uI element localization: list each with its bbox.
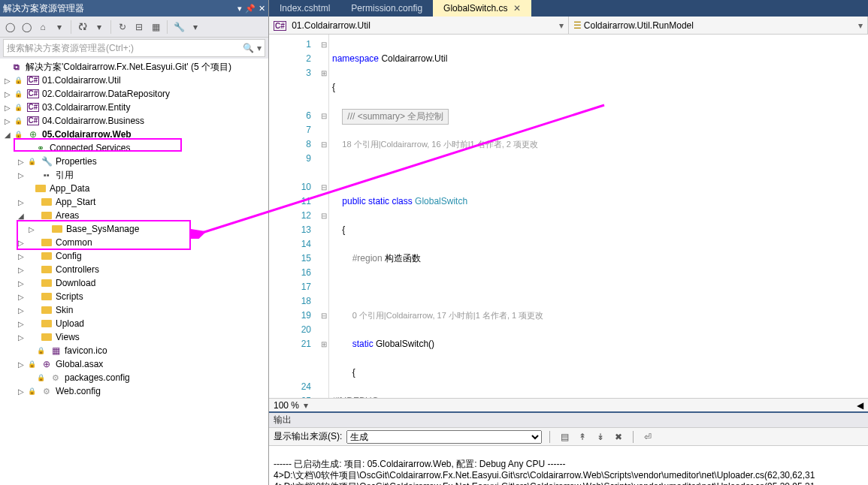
tree-item[interactable]: 🔒⚙packages.config	[0, 371, 268, 384]
fold-icon[interactable]: ⊟	[319, 209, 328, 223]
drop-icon[interactable]: ▾	[53, 20, 66, 34]
panel-title: 解决方案资源管理器	[3, 2, 84, 15]
expander-icon[interactable]: ◢	[17, 212, 26, 220]
expander-icon[interactable]: ▷	[27, 225, 36, 233]
search-input[interactable]: 搜索解决方案资源管理器(Ctrl+;) 🔍 ▾	[3, 39, 265, 57]
wrap-icon[interactable]: ⏎	[641, 432, 655, 442]
tree-item[interactable]: App_Data	[0, 182, 268, 195]
dropdown-icon[interactable]: ▾	[237, 4, 242, 14]
tree-item[interactable]: ▷🔒⊕Global.asax	[0, 357, 268, 371]
expander-icon[interactable]: ▷	[17, 293, 26, 301]
tree-item[interactable]: ▷🔒⚙Web.config	[0, 384, 268, 398]
clear-icon[interactable]: ✖	[612, 432, 625, 442]
drop-icon[interactable]: ▾	[257, 43, 262, 53]
sync-icon[interactable]: 🗘	[76, 20, 89, 34]
fold-icon[interactable]: ⊞	[319, 66, 328, 80]
editor-panel: Index.cshtml Permission.config GlobalSwi…	[269, 0, 868, 485]
line-gutter: 123 6789 1011121314 1516171819 202124 25…	[269, 35, 319, 398]
tree-item[interactable]: ▷Controllers	[0, 263, 268, 276]
close-icon[interactable]: ✕	[259, 4, 265, 14]
expander-icon[interactable]: ▷	[17, 252, 26, 261]
expander-icon[interactable]: ▷	[17, 333, 26, 342]
tree-item[interactable]: ▷App_Start	[0, 195, 268, 209]
code-body[interactable]: namespace Coldairarrow.Util { /// <summa…	[329, 35, 868, 398]
fold-icon[interactable]: ⊟	[319, 180, 328, 194]
panel-header: 解决方案资源管理器 ▾ 📌 ✕	[0, 0, 268, 17]
expander-icon[interactable]: ▷	[17, 306, 26, 315]
drop2-icon[interactable]: ▾	[92, 20, 106, 34]
expander-icon[interactable]: ▷	[17, 171, 26, 179]
tree-item[interactable]: ▷Views	[0, 330, 268, 344]
tab-index[interactable]: Index.cshtml	[269, 0, 340, 17]
drop3-icon[interactable]: ▾	[189, 20, 202, 34]
chevron-down-icon[interactable]: ▾	[304, 400, 308, 411]
close-icon[interactable]: ✕	[513, 3, 521, 14]
project-node-web[interactable]: ◢🔒⊕05.Coldairarrow.Web	[0, 128, 268, 141]
tree-item[interactable]: ▷🔒🔧Properties	[0, 155, 268, 168]
chevron-down-icon: ▾	[858, 20, 863, 31]
prev-icon[interactable]: ↟	[576, 432, 589, 442]
output-source-select[interactable]: 生成	[346, 430, 542, 444]
project-node[interactable]: ▷🔒C#04.Coldairarrow.Business	[0, 114, 268, 128]
expander-icon[interactable]: ▷	[17, 266, 26, 274]
fold-icon[interactable]: ⊞	[319, 337, 328, 351]
expander-icon[interactable]: ◢	[3, 131, 12, 139]
nav-member-combo[interactable]: ☰ Coldairarrow.Util.RunModel▾	[569, 17, 869, 34]
tree-item[interactable]: ⚭Connected Services	[0, 141, 268, 155]
tree-item[interactable]: ▷Scripts	[0, 290, 268, 303]
fold-icon[interactable]: ⊟	[319, 137, 328, 152]
next-icon[interactable]: ↡	[594, 432, 607, 442]
showall-icon[interactable]: ▦	[149, 20, 162, 34]
expander-icon[interactable]: ▷	[17, 279, 26, 288]
project-node[interactable]: ▷🔒C#01.Coldairarrow.Util	[0, 74, 268, 87]
tab-permission[interactable]: Permission.config	[340, 0, 433, 17]
tree-item[interactable]: ▷Config	[0, 249, 268, 263]
tree-item-areas[interactable]: ◢Areas	[0, 209, 268, 222]
back-icon[interactable]: ◯	[3, 20, 17, 34]
expander-icon[interactable]: ▷	[3, 117, 12, 125]
expander-icon[interactable]: ▷	[17, 320, 26, 328]
nav-combo-bar: C# 01.Coldairarrow.Util▾ ☰ Coldairarrow.…	[269, 17, 868, 35]
output-source-label: 显示输出来源(S):	[274, 430, 342, 443]
tree-item[interactable]: ▷Download	[0, 276, 268, 290]
tree-item[interactable]: ▷Skin	[0, 303, 268, 317]
forward-icon[interactable]: ◯	[20, 20, 33, 34]
expander-icon[interactable]: ▷	[17, 387, 26, 396]
output-toolbar: 显示输出来源(S): 生成 ▤ ↟ ↡ ✖ ⏎	[269, 428, 868, 446]
expander-icon[interactable]: ▷	[3, 77, 12, 85]
scroll-left-icon[interactable]: ◀	[857, 400, 863, 411]
expander-icon[interactable]: ▷	[17, 239, 26, 247]
search-icon[interactable]: 🔍	[243, 43, 254, 53]
tree-item-base-sysmanage[interactable]: ▷Base_SysManage	[0, 222, 268, 236]
expander-icon[interactable]: ▷	[17, 360, 26, 369]
home-icon[interactable]: ⌂	[36, 20, 50, 34]
output-header: 输出	[269, 413, 868, 428]
project-node[interactable]: ▷🔒C#02.Coldairarrow.DataRepository	[0, 87, 268, 101]
project-node[interactable]: ▷🔒C#03.Coldairarrow.Entity	[0, 101, 268, 114]
expander-icon[interactable]: ▷	[17, 158, 26, 166]
tree-item[interactable]: 🔒▦favicon.ico	[0, 344, 268, 357]
solution-node[interactable]: ⧉ 解决方案'Coldairarrow.Fx.Net.Easyui.Git' (…	[0, 60, 268, 74]
tree-item[interactable]: ▷Upload	[0, 317, 268, 330]
zoom-bar: 100 % ▾ ◀	[269, 398, 868, 411]
expander-icon[interactable]: ▷	[3, 90, 12, 98]
refresh-icon[interactable]: ↻	[116, 20, 129, 34]
expander-icon[interactable]: ▷	[17, 198, 26, 206]
expander-icon[interactable]: ▷	[3, 104, 12, 112]
collapse-icon[interactable]: ⊟	[132, 20, 146, 34]
code-editor[interactable]: 123 6789 1011121314 1516171819 202124 25…	[269, 35, 868, 398]
tree-item[interactable]: ▷Common	[0, 236, 268, 249]
nav-project-combo[interactable]: C# 01.Coldairarrow.Util▾	[269, 17, 569, 34]
output-body[interactable]: ------ 已启动生成: 项目: 05.Coldairarrow.Web, 配…	[269, 446, 868, 485]
pin-icon[interactable]: 📌	[245, 4, 256, 14]
tree-item[interactable]: ▷▪▪引用	[0, 168, 268, 182]
chevron-down-icon: ▾	[559, 20, 564, 31]
solution-toolbar: ◯ ◯ ⌂ ▾ 🗘 ▾ ↻ ⊟ ▦ 🔧 ▾	[0, 17, 268, 38]
fold-icon[interactable]: ⊟	[319, 309, 328, 323]
zoom-value[interactable]: 100 %	[274, 400, 299, 411]
fold-icon[interactable]: ⊟	[319, 38, 328, 52]
properties-icon[interactable]: 🔧	[172, 20, 186, 34]
goto-icon[interactable]: ▤	[558, 432, 571, 442]
tab-globalswitch[interactable]: GlobalSwitch.cs✕	[433, 0, 531, 17]
fold-icon[interactable]: ⊟	[319, 109, 328, 123]
